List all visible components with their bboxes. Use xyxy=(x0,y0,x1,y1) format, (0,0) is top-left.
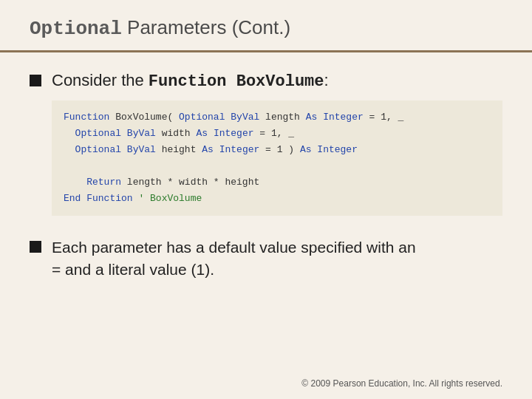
bullet-content-1: Consider the Function BoxVolume: Functio… xyxy=(52,70,502,216)
bullet-text-1: Consider the Function BoxVolume: xyxy=(52,70,502,93)
code-block-1: Function BoxVolume( Optional ByVal lengt… xyxy=(52,100,502,216)
bullet-section-1: Consider the Function BoxVolume: Functio… xyxy=(30,70,502,216)
slide: Optional Parameters (Cont.) Consider the… xyxy=(0,0,532,399)
bullet-text-2: Each parameter has a default value speci… xyxy=(52,236,502,280)
footer-text: © 2009 Pearson Education, Inc. All right… xyxy=(301,378,502,389)
bullet-icon-2 xyxy=(30,241,41,253)
bullet1-suffix: : xyxy=(324,71,329,89)
code-line-blank xyxy=(64,158,491,174)
bullet1-mono: Function BoxVolume xyxy=(149,72,324,91)
code-line-2: Optional ByVal width As Integer = 1, _ xyxy=(64,126,491,142)
title-suffix: Parameters (Cont.) xyxy=(122,16,290,38)
code-line-1: Function BoxVolume( Optional ByVal lengt… xyxy=(64,109,491,126)
bullet-section-2: Each parameter has a default value speci… xyxy=(30,236,502,280)
bullet-content-2: Each parameter has a default value speci… xyxy=(52,236,502,280)
bullet-icon-1 xyxy=(30,75,41,86)
title-bar: Optional Parameters (Cont.) xyxy=(0,0,532,52)
code-line-5: End Function ' BoxVolume xyxy=(64,191,491,207)
title-mono: Optional xyxy=(30,18,122,40)
slide-title: Optional Parameters (Cont.) xyxy=(30,16,502,40)
footer: © 2009 Pearson Education, Inc. All right… xyxy=(0,372,532,399)
bullet1-prefix: Consider the xyxy=(52,71,149,89)
code-line-3: Optional ByVal height As Integer = 1 ) A… xyxy=(64,142,491,158)
code-line-4: Return length * width * height xyxy=(64,174,491,191)
slide-content: Consider the Function BoxVolume: Functio… xyxy=(0,52,532,372)
